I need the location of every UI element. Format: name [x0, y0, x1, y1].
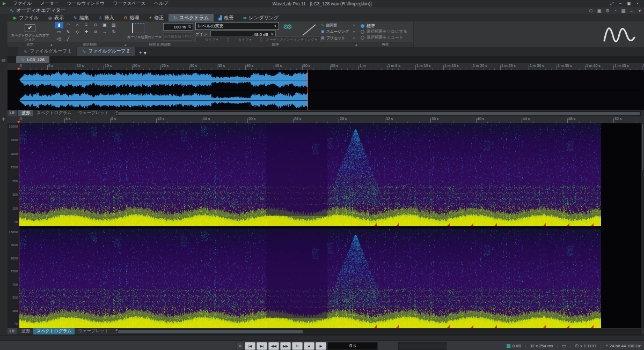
menu-item[interactable]: ファイル [9, 0, 35, 7]
spinner-arrows-icon[interactable]: ⇅ [270, 32, 274, 36]
vertical-scrollbar[interactable] [641, 123, 644, 328]
back-arrow-icon[interactable]: ← [630, 8, 634, 13]
rewind-button[interactable]: ◀◀ [268, 342, 279, 350]
view-mode-selected[interactable]: スペクトログラム [33, 328, 75, 334]
stop-button[interactable]: ■ [304, 342, 314, 350]
overview-waveform-pane[interactable] [8, 70, 644, 110]
ribbon-tab-file[interactable]: ▶ファイル [9, 14, 43, 21]
scrollbar-thumb[interactable] [118, 112, 640, 115]
prev-marker-button[interactable]: |◀ [245, 342, 255, 350]
history-clock-icon[interactable]: ◔ [614, 8, 617, 13]
opacity-spinner[interactable]: 100 %⇅ [163, 23, 193, 31]
dialog-launcher-icon[interactable]: ◢ [50, 43, 52, 46]
ribbon-tab-insert[interactable]: ⇩挿入 [94, 14, 119, 21]
ribbon-tab-spectrum[interactable]: ↻スペクトラム [169, 14, 214, 21]
redo-tool[interactable]: ↻ [109, 29, 118, 35]
next-marker-button[interactable]: ▶| [257, 342, 267, 350]
zoom-selection-tool[interactable]: ⊙ [91, 22, 100, 28]
menu-item[interactable]: メーター [36, 0, 62, 7]
dialog-launcher-icon[interactable]: ◢ [124, 43, 126, 46]
search-icon[interactable]: ⊙ [589, 8, 592, 13]
add-file-group-button[interactable]: + ▾ [135, 50, 150, 56]
playback-option[interactable]: 選択範囲をソロにする [361, 29, 407, 34]
spinner-arrows-icon[interactable]: ⇅ [188, 25, 191, 29]
loop-button[interactable]: ↻ [292, 342, 303, 350]
region-tool[interactable]: ▣ [100, 22, 109, 28]
ribbon-tab-enhance[interactable]: ▟改善 [214, 14, 238, 21]
collapse-transport-button[interactable]: « [236, 342, 244, 350]
ribbon-tab-bolt[interactable]: ⚡修正 [144, 14, 169, 21]
settings-gears-button[interactable]: ⚙⚙ [279, 23, 294, 37]
rect-selection-tool[interactable]: ▭ [55, 29, 63, 35]
minimize-icon[interactable]: − [616, 0, 625, 7]
horizontal-scrollbar[interactable] [118, 329, 641, 334]
view-mode-tab[interactable]: 波形 [18, 328, 33, 334]
process-mode-select[interactable]: レベルの変更▼ [195, 22, 279, 30]
spectrogram-options-button[interactable]: ✔ スペクトログラムのオプション [10, 22, 50, 41]
file-tab-lc3-128[interactable]: ∿ LC3_128 [16, 56, 49, 63]
status-item[interactable]: 32 x 254 ms [530, 344, 553, 348]
fine-tune-button[interactable]: ∿微調整▼ [321, 22, 355, 28]
ellipse-selection-tool[interactable]: ◇ [73, 29, 82, 35]
monitor-headphones-tool[interactable]: ∩ [73, 22, 82, 28]
menu-item[interactable]: ツールウィンドウ [63, 0, 108, 7]
copy-region-tool[interactable]: ▥ [109, 22, 118, 28]
cursor-source-label[interactable]: カーソル位置のソース [127, 35, 162, 40]
pan-crosshair-icon[interactable]: ✛ [2, 117, 5, 122]
menu-item[interactable]: ワークスペース [109, 0, 150, 7]
levels-tool[interactable]: ≡ [82, 22, 91, 28]
ribbon-tab-eye[interactable]: ◎表示 [43, 14, 69, 21]
radio-icon[interactable] [361, 24, 364, 28]
brush-tool[interactable]: ✎ [64, 29, 72, 35]
view-mode-tab[interactable]: ウェーブレット [75, 328, 112, 334]
channel-selector[interactable]: LR [8, 328, 17, 334]
view-mode-tab[interactable]: ウェーブレット [75, 110, 112, 116]
file-group-tab[interactable]: ∿ファイルグループ 1 [18, 47, 76, 56]
status-item[interactable]: ▭ [561, 343, 566, 348]
scrollbar-thumb[interactable] [118, 330, 303, 333]
presets-button[interactable]: ▤プリセット▼ [321, 35, 355, 41]
dock-icon[interactable]: ▤ [2, 58, 6, 63]
channel-selector[interactable]: LR [8, 110, 17, 116]
restore-icon[interactable]: ⤢ [608, 0, 616, 7]
time-selection-tool[interactable]: ▮ [55, 22, 63, 28]
playback-option[interactable]: 標準 [361, 23, 375, 29]
overview-waveform-canvas[interactable] [19, 70, 641, 110]
file-group-tab[interactable]: ∿ファイルグループ 2 [77, 47, 135, 56]
overview-ruler[interactable]: 05 s10 s15 s20 s25 s30 s35 s40 s45 s50 s… [8, 63, 644, 71]
horizontal-scrollbar[interactable] [118, 111, 641, 116]
status-item[interactable]: ⊙x 1:1197 [575, 343, 597, 348]
ribbon-tab-edit[interactable]: ✎編集 [69, 14, 94, 21]
cursor-source-icon[interactable] [132, 23, 144, 33]
smoothing-button[interactable]: ▣スムージング▼ [321, 28, 355, 34]
view-mode-tab[interactable]: スペクトログラム [33, 110, 75, 116]
main-ruler[interactable]: 04 s8 s12 s16 s20 s24 s28 s32 s36 s40 s4… [8, 116, 644, 124]
dialog-launcher-icon[interactable]: ◢ [355, 43, 357, 46]
layout-grid-icon[interactable]: ▦ [621, 8, 625, 13]
menu-item[interactable]: ヘルプ [150, 0, 172, 7]
playback-option[interactable]: 選択範囲をミュート [361, 35, 403, 40]
fast-forward-button[interactable]: ▶▶ [280, 342, 291, 350]
ribbon-tab-process[interactable]: ⚙処理 [119, 14, 144, 21]
dropdown-icon[interactable]: ▾ [639, 8, 641, 13]
close-icon[interactable]: × [633, 0, 642, 7]
maximize-icon[interactable]: ▣ [625, 0, 633, 7]
status-item[interactable]: ▦0 dB [506, 343, 521, 348]
left-tool-strip[interactable]: ▤ ✛ [0, 14, 8, 340]
magic-wand-tool[interactable]: ✚ [82, 29, 91, 35]
nudge-tool[interactable]: ↔ [100, 29, 109, 35]
panel-icon[interactable]: ▣ [597, 8, 601, 13]
ribbon-tab-render[interactable]: ⇛レンダリング [238, 14, 283, 21]
lasso-selection-tool[interactable]: ◠ [64, 22, 72, 28]
eraser-tool[interactable]: ⊘ [91, 29, 100, 35]
line-tool-button[interactable] [298, 23, 320, 38]
play-button[interactable]: ▶ [316, 342, 326, 350]
paste-menu-button[interactable]: その他を貼り付け ▾ [163, 32, 192, 41]
view-mode-selected[interactable]: 波形 [18, 110, 33, 116]
radio-icon[interactable] [361, 36, 364, 40]
radio-icon[interactable] [361, 30, 364, 34]
settings-gear-icon[interactable]: ⚙ [605, 8, 610, 13]
status-item[interactable]: ◔24 bit 44 100 Hz [605, 343, 641, 348]
spectrogram-channel-left[interactable] [19, 123, 601, 226]
spectrogram-channel-right[interactable] [19, 229, 601, 328]
